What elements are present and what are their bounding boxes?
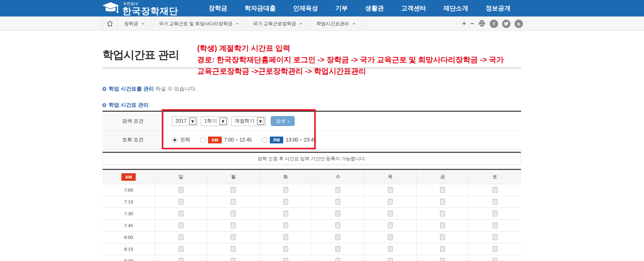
radio-pm[interactable]: [262, 137, 267, 143]
timeslot-checkbox[interactable]: [231, 211, 236, 217]
twitter-icon[interactable]: [502, 20, 510, 28]
radio-option-pm[interactable]: PM 13:00 ~ 23:45: [262, 137, 316, 143]
notice-bar: 장학 신청 후 시간표 입력 기간만 등록이 가능합니다.: [102, 152, 521, 165]
chevron-down-icon: ∨: [189, 118, 196, 125]
time-label: 8:00: [102, 231, 155, 243]
timeslot-checkbox[interactable]: [283, 187, 288, 193]
main-menu-item[interactable]: 학자금대출: [245, 4, 276, 12]
timeslot-checkbox[interactable]: [231, 258, 236, 261]
timeslot-checkbox[interactable]: [492, 222, 497, 228]
breadcrumb: 장학금▼ 국가 교육근로 및 희망사다리장학금▼ 국가 교육근로장학금▼ 학업시…: [102, 16, 363, 31]
timeslot-checkbox[interactable]: [335, 222, 340, 228]
timeslot-checkbox[interactable]: [492, 187, 497, 193]
blog-icon[interactable]: b: [515, 20, 523, 28]
timeslot-checkbox[interactable]: [492, 246, 497, 252]
timeslot-checkbox[interactable]: [440, 234, 445, 240]
site-logo[interactable]: 푸른등대 한국장학재단: [102, 1, 178, 16]
timeslot-checkbox[interactable]: [492, 234, 497, 240]
timeslot-checkbox[interactable]: [388, 246, 393, 252]
timeslot-checkbox[interactable]: [335, 199, 340, 205]
timeslot-checkbox[interactable]: [179, 234, 184, 240]
zoom-in-icon[interactable]: +: [462, 20, 466, 27]
logo-tagline: 푸른등대: [123, 2, 178, 6]
search-select[interactable]: 2017 ∨: [172, 116, 198, 126]
timeslot-checkbox[interactable]: [388, 199, 393, 205]
timetable-body: 7:00 7:15: [102, 184, 521, 261]
timeslot-checkbox[interactable]: [440, 246, 445, 252]
timeslot-checkbox[interactable]: [231, 199, 236, 205]
timeslot-checkbox[interactable]: [335, 211, 340, 217]
timeslot-checkbox[interactable]: [440, 222, 445, 228]
breadcrumb-item-national-work[interactable]: 국가 교육근로장학금▼: [246, 16, 310, 31]
day-header: 토: [469, 170, 521, 184]
main-menu-item[interactable]: 기부: [335, 4, 348, 12]
timeslot-checkbox[interactable]: [440, 211, 445, 217]
timeslot-checkbox[interactable]: [179, 187, 184, 193]
main-menu-item[interactable]: 정보공개: [486, 4, 510, 12]
home-icon[interactable]: [102, 16, 117, 31]
timeslot-checkbox[interactable]: [283, 211, 288, 217]
page-title: 학업시간표 관리: [102, 48, 179, 62]
timeslot-checkbox[interactable]: [492, 199, 497, 205]
search-select[interactable]: 계절학기 ∨: [231, 116, 266, 126]
radio-option-am[interactable]: AM 7:00 ~ 12:45: [200, 137, 252, 143]
view-options: 전체 AM 7:00 ~ 12:45 PM 13:00 ~ 23:45: [163, 131, 521, 149]
pm-badge: PM: [270, 137, 283, 143]
search-row: 검색 조건 2017 ∨ 1학기 ∨ 계절학기 ∨: [102, 112, 521, 130]
breadcrumb-item-timetable[interactable]: 학업시간표관리▼: [310, 16, 363, 31]
bullet-icon: [102, 103, 106, 107]
main-menu-item[interactable]: 인재육성: [293, 4, 318, 12]
timeslot-checkbox[interactable]: [440, 258, 445, 261]
timeslot-checkbox[interactable]: [283, 222, 288, 228]
day-header: 화: [260, 170, 312, 184]
timeslot-checkbox[interactable]: [388, 222, 393, 228]
timeslot-checkbox[interactable]: [388, 258, 393, 261]
search-select[interactable]: 1학기 ∨: [201, 116, 228, 126]
search-button[interactable]: 검색›: [271, 116, 295, 126]
main-menu-item[interactable]: 재단소개: [443, 4, 468, 12]
timeslot-checkbox[interactable]: [388, 234, 393, 240]
annotation-line-2: 경로: 한국장학재단홈페이지 로그인 -> 장학금 -> 국가 교육근로 및 희…: [197, 54, 526, 65]
timeslot-checkbox[interactable]: [440, 187, 445, 193]
timeslot-checkbox[interactable]: [231, 222, 236, 228]
time-label: 7:15: [102, 196, 155, 208]
timeslot-checkbox[interactable]: [231, 234, 236, 240]
timeslot-checkbox[interactable]: [231, 187, 236, 193]
timeslot-checkbox[interactable]: [179, 246, 184, 252]
print-icon[interactable]: [478, 20, 486, 27]
view-condition-label: 조회 조건: [102, 131, 163, 149]
day-header: 목: [364, 170, 417, 184]
main-menu-item[interactable]: 고객센터: [401, 4, 426, 12]
timeslot-checkbox[interactable]: [283, 258, 288, 261]
top-navigation-bar: 푸른등대 한국장학재단 장학금학자금대출인재육성기부생활관고객센터재단소개정보공…: [0, 0, 644, 16]
chevron-down-icon: ▼: [141, 22, 145, 26]
timeslot-checkbox[interactable]: [492, 258, 497, 261]
timeslot-checkbox[interactable]: [388, 187, 393, 193]
radio-all[interactable]: [172, 137, 178, 143]
search-controls: 2017 ∨ 1학기 ∨ 계절학기 ∨ 검색›: [163, 112, 521, 130]
timeslot-checkbox[interactable]: [335, 187, 340, 193]
timeslot-checkbox[interactable]: [492, 211, 497, 217]
timeslot-checkbox[interactable]: [388, 211, 393, 217]
zoom-out-icon[interactable]: −: [470, 20, 474, 27]
timeslot-checkbox[interactable]: [179, 211, 184, 217]
timeslot-checkbox[interactable]: [179, 222, 184, 228]
timeslot-checkbox[interactable]: [440, 199, 445, 205]
day-header: 수: [312, 170, 364, 184]
timeslot-checkbox[interactable]: [283, 234, 288, 240]
timeslot-checkbox[interactable]: [179, 199, 184, 205]
breadcrumb-item-work-study[interactable]: 국가 교육근로 및 희망사다리장학금▼: [152, 16, 246, 31]
radio-option-all[interactable]: 전체: [172, 137, 190, 143]
facebook-icon[interactable]: f: [490, 20, 498, 28]
timeslot-checkbox[interactable]: [283, 199, 288, 205]
main-menu-item[interactable]: 생활관: [365, 4, 384, 12]
timeslot-checkbox[interactable]: [335, 234, 340, 240]
breadcrumb-item-scholarship[interactable]: 장학금▼: [117, 16, 152, 31]
radio-am[interactable]: [200, 137, 206, 143]
timeslot-checkbox[interactable]: [335, 258, 340, 261]
timeslot-checkbox[interactable]: [335, 246, 340, 252]
timeslot-checkbox[interactable]: [283, 246, 288, 252]
main-menu-item[interactable]: 장학금: [209, 4, 227, 12]
timeslot-checkbox[interactable]: [231, 246, 236, 252]
timeslot-checkbox[interactable]: [179, 258, 184, 261]
